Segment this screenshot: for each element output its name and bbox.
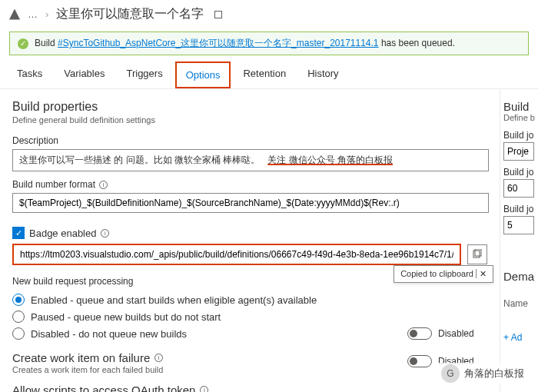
tab-history[interactable]: History — [298, 61, 347, 88]
page-title: 这里你可以随意取一个名字 — [56, 6, 204, 22]
build-number-format-label: Build number format i — [12, 179, 487, 190]
add-demand-link[interactable]: + Ad — [500, 332, 538, 343]
demands-title: Dema — [500, 270, 538, 283]
right-bjt-input[interactable] — [503, 179, 534, 198]
badge-enabled-label: Badge enabled — [29, 228, 96, 239]
info-icon[interactable]: i — [154, 354, 163, 362]
create-workitem-toggle[interactable] — [407, 327, 432, 340]
description-label: Description — [12, 135, 487, 146]
tab-bar: Tasks Variables Triggers Options Retenti… — [0, 61, 538, 89]
tab-tasks[interactable]: Tasks — [8, 61, 51, 88]
watermark-text: 角落的白板报 — [464, 367, 524, 380]
svg-rect-0 — [473, 251, 480, 257]
watermark-icon: G — [441, 364, 460, 383]
edit-icon[interactable] — [214, 11, 222, 18]
oauth-title: Allow scripts to access OAuth token i — [12, 384, 487, 392]
tab-retention[interactable]: Retention — [234, 61, 295, 88]
tab-variables[interactable]: Variables — [55, 61, 114, 88]
tab-options[interactable]: Options — [175, 61, 231, 88]
status-build-link[interactable]: #SyncToGithub_AspNetCore_这里你可以随意取一个名字_ma… — [58, 38, 379, 48]
badge-enabled-checkbox[interactable]: ✓ — [12, 227, 25, 239]
description-input[interactable]: 这里你可以写一些描述 的 问题。比如 微软全家桶 棒棒哒。 关注 微信公众号 角… — [12, 149, 489, 171]
watermark: G 角落的白板报 — [437, 363, 529, 384]
right-bjc-input[interactable] — [503, 216, 534, 234]
radio-enabled-label: Enabled - queue and start builds when el… — [31, 294, 317, 306]
info-icon[interactable]: i — [200, 386, 208, 392]
right-panel: Build Define b Build jo Build jo Build j… — [500, 89, 538, 392]
radio-paused-label: Paused - queue new builds but do not sta… — [31, 311, 221, 323]
right-bjt-label: Build jo — [500, 167, 538, 178]
radio-enabled[interactable]: Enabled - queue and start builds when el… — [12, 291, 487, 308]
demands-name-col: Name — [500, 298, 538, 309]
tab-triggers[interactable]: Triggers — [117, 61, 171, 88]
copied-tooltip: Copied to clipboard ✕ — [394, 265, 493, 283]
success-icon: ✓ — [18, 38, 28, 49]
breadcrumb-ellipsis[interactable]: … — [28, 8, 38, 20]
badge-url-input[interactable] — [12, 244, 461, 265]
status-text: Build #SyncToGithub_AspNetCore_这里你可以随意取一… — [35, 37, 455, 50]
build-properties-subtitle: Define general build definition settings — [12, 115, 487, 125]
right-bjc-label: Build jo — [500, 204, 538, 214]
svg-rect-1 — [475, 249, 481, 256]
right-build-title: Build — [500, 100, 538, 113]
info-icon[interactable]: i — [101, 229, 109, 238]
radio-paused[interactable]: Paused - queue new builds but do not sta… — [12, 308, 487, 325]
build-number-format-input[interactable] — [12, 193, 489, 213]
copy-icon — [472, 249, 483, 260]
breadcrumb: … › 这里你可以随意取一个名字 — [0, 0, 538, 28]
project-icon — [9, 9, 20, 20]
radio-disabled-label: Disabled - do not queue new builds — [31, 328, 187, 340]
right-build-sub: Define b — [500, 113, 538, 122]
status-bar: ✓ Build #SyncToGithub_AspNetCore_这里你可以随意… — [9, 32, 529, 55]
copy-button[interactable] — [467, 244, 487, 264]
build-properties-title: Build properties — [12, 100, 487, 114]
right-bja-label: Build jo — [500, 130, 538, 141]
toggle-label: Disabled — [438, 328, 474, 339]
oauth-toggle[interactable] — [407, 355, 432, 367]
info-icon[interactable]: i — [99, 181, 108, 189]
breadcrumb-separator: › — [45, 8, 48, 20]
right-bja-input[interactable] — [503, 142, 534, 161]
